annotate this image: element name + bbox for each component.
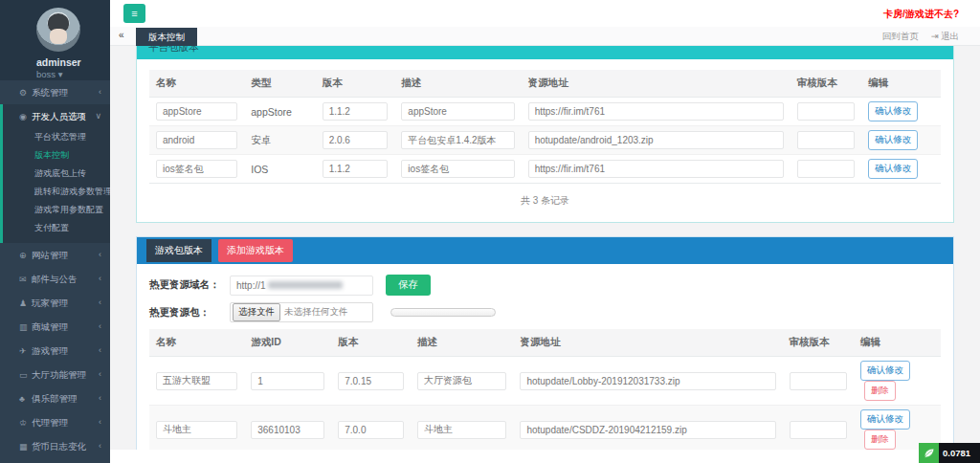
name-cell (149, 98, 244, 126)
version-input[interactable] (338, 421, 404, 439)
sidebar-item-agent[interactable]: ♔代理管理‹ (0, 410, 110, 434)
sidebar-section: ▥商城管理‹ (0, 315, 110, 339)
sidebar-section: ◉开发人员选项∨平台状态管理版本控制游戏底包上传跳转和游戏参数管理游戏常用参数配… (0, 104, 110, 243)
add-game-version-button[interactable]: 添加游戏版本 (218, 239, 293, 262)
url-input[interactable] (520, 421, 775, 439)
review-cell (791, 126, 861, 155)
tab-version-control[interactable]: 版本控制 (136, 28, 197, 46)
chevron-down-icon: ∨ (95, 104, 101, 128)
url-cell (513, 406, 782, 451)
avatar (36, 8, 80, 52)
column-header: 版本 (316, 70, 395, 98)
sidebar-item-bell[interactable]: ✉邮件与公告‹ (0, 267, 110, 291)
sidebar-item-label: 开发人员选项 (32, 111, 86, 121)
save-button[interactable]: 保存 (386, 275, 431, 296)
choose-file-button[interactable]: 选择文件 (233, 303, 280, 321)
review-input[interactable] (797, 102, 855, 121)
review-input[interactable] (790, 372, 847, 390)
desc-input[interactable] (401, 131, 514, 149)
url-input[interactable] (520, 372, 775, 390)
sidebar-item-gear[interactable]: ⚙系统管理‹ (0, 80, 110, 104)
caret-down-icon: ▾ (58, 69, 63, 79)
home-link[interactable]: 回到首页 (882, 31, 919, 41)
confirm-edit-button[interactable]: 确认修改 (860, 361, 910, 381)
sidebar-subitem[interactable]: 支付配置 (3, 219, 110, 237)
column-header: 版本 (331, 329, 411, 357)
stats-value: 0.0781 (939, 443, 980, 463)
desc-input[interactable] (401, 160, 514, 178)
sidebar-item-label: 网站管理 (32, 250, 68, 260)
menu-toggle-button[interactable]: ≡ (123, 4, 145, 23)
review-input[interactable] (790, 421, 847, 439)
version-cell (316, 98, 395, 126)
sidebar-item-desktop[interactable]: ▭大厅功能管理‹ (0, 363, 110, 386)
version-input[interactable] (323, 102, 389, 121)
confirm-edit-button[interactable]: 确认修改 (868, 159, 918, 179)
sidebar-subitem[interactable]: 平台状态管理 (3, 128, 110, 146)
sidebar-item-users[interactable]: ♣俱乐部管理‹ (0, 386, 110, 410)
tab-bar: « 版本控制 回到首页 ⇥ 退出 (110, 27, 980, 46)
game_id-input[interactable] (251, 372, 324, 390)
review-cell (791, 155, 861, 184)
top-header-bar: ≡ 卡房/游戏进不去? (110, 0, 980, 27)
sidebar-subitem[interactable]: 跳转和游戏参数管理 (3, 183, 110, 201)
sidebar-item-cart[interactable]: ▥商城管理‹ (0, 315, 110, 339)
globe-icon: ⊕ (19, 244, 32, 268)
review-input[interactable] (797, 131, 855, 149)
file-input[interactable]: 选择文件 未选择任何文件 (230, 302, 373, 322)
chevron-left-icon: ‹ (99, 363, 101, 386)
type-cell: appStore (244, 98, 315, 126)
name-input[interactable] (156, 160, 237, 178)
url-input[interactable] (528, 160, 784, 178)
hot-update-domain-input[interactable]: http://1 (230, 276, 373, 296)
help-alert-link[interactable]: 卡房/游戏进不去? (883, 8, 959, 21)
confirm-edit-button[interactable]: 确认修改 (860, 409, 910, 430)
upload-progress-bar (390, 308, 496, 317)
desc-input[interactable] (401, 102, 514, 121)
sidebar-item-plane[interactable]: ✈游戏管理‹ (0, 339, 110, 363)
desc-input[interactable] (417, 421, 507, 439)
confirm-edit-button[interactable]: 确认修改 (868, 101, 918, 121)
sidebar-item-globe[interactable]: ⊕网站管理‹ (0, 243, 110, 267)
tab-game-package-version[interactable]: 游戏包版本 (146, 239, 212, 262)
delete-button[interactable]: 删除 (864, 381, 896, 401)
sidebar-section: ⚐推广管理‹ (0, 458, 110, 463)
game_id-input[interactable] (251, 421, 324, 439)
hot-update-domain-label: 热更资源域名： (149, 278, 230, 292)
desc-input[interactable] (417, 372, 507, 390)
collapse-tabs-icon[interactable]: « (119, 30, 124, 40)
sidebar-item-user[interactable]: ♟玩家管理‹ (0, 291, 110, 315)
name-input[interactable] (156, 102, 237, 121)
version-input[interactable] (323, 160, 389, 178)
chevron-left-icon: ‹ (99, 434, 101, 458)
chevron-left-icon: ‹ (99, 267, 101, 291)
sidebar-subitem[interactable]: 游戏底包上传 (3, 165, 110, 183)
sidebar-subitem[interactable]: 版本控制 (3, 146, 110, 165)
version-input[interactable] (323, 131, 389, 149)
url-input[interactable] (528, 131, 784, 149)
sidebar-subitem[interactable]: 游戏常用参数配置 (3, 201, 110, 219)
name-input[interactable] (156, 372, 237, 390)
name-input[interactable] (156, 131, 237, 149)
confirm-edit-button[interactable]: 确认修改 (868, 130, 918, 150)
bell-icon: ✉ (19, 268, 32, 292)
sidebar-item-flag[interactable]: ⚐推广管理‹ (0, 458, 110, 463)
logout-link[interactable]: ⇥ 退出 (930, 31, 969, 41)
url-input[interactable] (528, 102, 784, 121)
review-input[interactable] (797, 160, 855, 178)
chevron-left-icon: ‹ (99, 80, 101, 104)
sidebar-menu: ⚙系统管理‹◉开发人员选项∨平台状态管理版本控制游戏底包上传跳转和游戏参数管理游… (0, 80, 110, 463)
desc-cell (411, 357, 514, 406)
version-input[interactable] (338, 372, 404, 390)
app-window: adminser boss ▾ ⚙系统管理‹◉开发人员选项∨平台状态管理版本控制… (0, 0, 980, 463)
game_id-cell (244, 357, 331, 406)
type-cell: IOS (244, 155, 315, 184)
sidebar-item-toggle[interactable]: ◉开发人员选项∨ (3, 104, 110, 128)
version-cell (316, 155, 395, 184)
users-icon: ♣ (19, 387, 32, 411)
role-dropdown[interactable]: boss ▾ (36, 69, 110, 79)
name-input[interactable] (156, 421, 237, 439)
sidebar-section: ✈游戏管理‹ (0, 339, 110, 363)
delete-button[interactable]: 删除 (864, 430, 896, 450)
sidebar-item-calendar[interactable]: ▦货币日志变化‹ (0, 434, 110, 458)
